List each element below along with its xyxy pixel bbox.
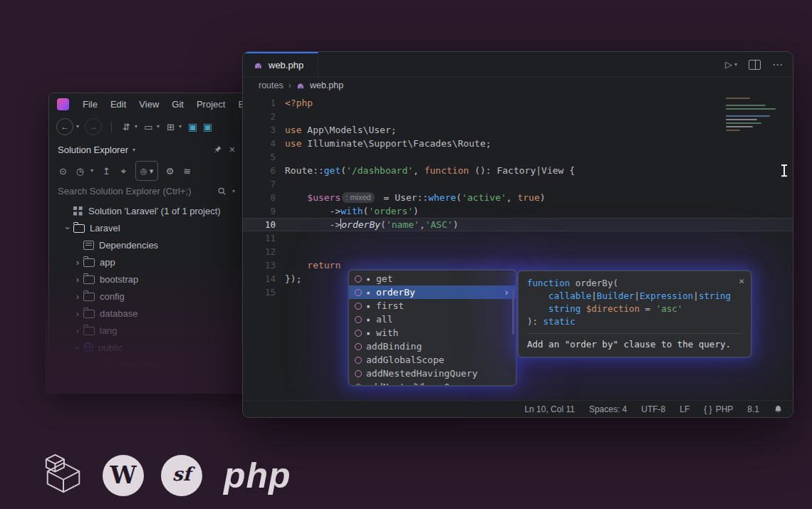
- completion-popup: ★get★orderBy›★first★all★withaddBindingad…: [348, 270, 516, 386]
- code-line-6: 6Route::get('/dashboard', function (): F…: [243, 164, 793, 177]
- status-language[interactable]: { } PHP: [704, 404, 733, 414]
- status-indent[interactable]: Spaces: 4: [589, 404, 627, 414]
- chevron-down-icon[interactable]: ›: [63, 222, 73, 233]
- completion-scrollbar[interactable]: [512, 289, 514, 335]
- doc-signature-line: function orderBy(: [527, 277, 742, 290]
- tree-item-lang[interactable]: ›lang: [49, 322, 244, 339]
- run-button[interactable]: ▷ ▾: [725, 59, 737, 70]
- php-file-icon: [296, 81, 305, 90]
- breadcrumb-file[interactable]: web.php: [310, 80, 343, 90]
- doc-signature: function orderBy( callable|Builder|Expre…: [527, 277, 742, 328]
- line-number: 4: [243, 137, 285, 150]
- php-logo: php: [224, 455, 291, 496]
- tree-item-htaccess[interactable]: ›.htaccess: [49, 356, 244, 373]
- menu-edit[interactable]: Edit: [104, 97, 132, 112]
- menu-git[interactable]: Git: [165, 97, 190, 112]
- expand-all-button[interactable]: ≋: [182, 164, 192, 178]
- tree-item-app[interactable]: ›app: [49, 253, 244, 271]
- vcs-update-button[interactable]: ⇵: [121, 120, 132, 134]
- locate-item-button[interactable]: ⌖: [118, 164, 129, 178]
- completion-item-get[interactable]: ★get: [349, 272, 516, 285]
- tree-item-laravel[interactable]: ›Laravel: [49, 219, 244, 236]
- solution-label: Solution 'Laravel' (1 of 1 project): [88, 206, 221, 216]
- tree-item-solution[interactable]: Solution 'Laravel' (1 of 1 project): [49, 202, 244, 219]
- status-line-ending[interactable]: LF: [680, 404, 689, 414]
- method-icon: [355, 303, 362, 310]
- status-caret-position[interactable]: Ln 10, Col 11: [524, 404, 575, 414]
- completion-item-addglobalscope[interactable]: addGlobalScope: [349, 353, 516, 367]
- app-logo[interactable]: [57, 98, 69, 110]
- file-icon: [105, 377, 113, 387]
- chevron-right-icon[interactable]: ›: [72, 291, 83, 302]
- line-number: 1: [243, 96, 285, 110]
- new-item-dropdown[interactable]: ▾: [177, 120, 183, 134]
- menu-view[interactable]: View: [132, 97, 165, 112]
- text-cursor-ibeam: [780, 164, 788, 177]
- chevron-down-icon[interactable]: ▾: [132, 147, 135, 153]
- folder-icon: [83, 276, 95, 284]
- completion-item-addnestedhavingquery[interactable]: addNestedHavingQuery: [349, 367, 516, 380]
- vcs-update-dropdown[interactable]: ▾: [133, 120, 139, 134]
- customize-view-button[interactable]: ⚙: [165, 164, 175, 178]
- code-line-1: 1<?php: [243, 96, 793, 110]
- navigate-forward-button[interactable]: →: [85, 118, 102, 135]
- split-editor-icon[interactable]: [749, 60, 761, 70]
- code-editor[interactable]: 1<?php23use App\Models\User;4use Illumin…: [243, 94, 793, 400]
- search-dropdown-icon[interactable]: ▾: [232, 188, 235, 194]
- recent-files-button[interactable]: ◷: [75, 164, 85, 178]
- open-project-button[interactable]: ▭: [143, 120, 154, 134]
- line-number: 15: [243, 285, 285, 299]
- code-line-9: 9 ->with('orders'): [243, 204, 793, 218]
- code-line-4: 4use Illuminate\Support\Facades\Route;: [243, 137, 793, 150]
- folder-icon: [83, 258, 95, 267]
- status-php-version[interactable]: 8.1: [747, 404, 759, 414]
- method-icon: [355, 330, 362, 337]
- laravel-logo: [41, 451, 85, 500]
- chevron-right-icon[interactable]: ›: [72, 308, 83, 319]
- completion-item-first[interactable]: ★first: [349, 299, 516, 313]
- doc-close-icon[interactable]: ×: [739, 274, 744, 288]
- recent-files-dropdown[interactable]: ▾: [89, 164, 95, 178]
- chevron-right-icon[interactable]: ›: [72, 257, 83, 268]
- collapse-all-button[interactable]: ↥: [101, 164, 112, 178]
- tree-item-config[interactable]: ›config: [49, 288, 244, 305]
- select-opened-file-button[interactable]: ⊙: [58, 164, 68, 178]
- back-history-dropdown[interactable]: ▾: [75, 120, 80, 134]
- star-icon: ★: [366, 272, 376, 285]
- open-project-dropdown[interactable]: ▾: [155, 120, 161, 134]
- chevron-right-icon[interactable]: ›: [72, 325, 83, 336]
- view-mode-toggle[interactable]: ◎ ▾: [135, 161, 158, 181]
- status-encoding[interactable]: UTF-8: [641, 404, 665, 414]
- tree-item-favicon-ico[interactable]: ›favicon.ico: [49, 373, 244, 390]
- pin-icon[interactable]: [214, 145, 222, 154]
- completion-item-orderby[interactable]: ★orderBy›: [349, 285, 516, 299]
- bell-icon[interactable]: [774, 404, 783, 414]
- completion-item-addbinding[interactable]: addBinding: [349, 340, 516, 353]
- tree-item-public[interactable]: ›public: [49, 339, 244, 356]
- breadcrumb-routes[interactable]: routes: [259, 80, 283, 90]
- folder-root-icon: [73, 224, 85, 233]
- menu-file[interactable]: File: [76, 97, 104, 112]
- close-icon[interactable]: ×: [229, 144, 235, 155]
- completion-item-addnestedwherequery[interactable]: addNestedWhereQuery: [349, 380, 516, 386]
- tree-item-bootstrap[interactable]: ›bootstrap: [49, 271, 244, 288]
- tree-item-database[interactable]: ›database: [49, 305, 244, 322]
- navigate-back-button[interactable]: ←: [56, 118, 73, 135]
- save-all-button[interactable]: ▣: [202, 120, 213, 134]
- completion-item-with[interactable]: ★with: [349, 326, 516, 340]
- chevron-right-icon[interactable]: ›: [72, 274, 83, 285]
- completion-label: addGlobalScope: [366, 353, 444, 367]
- tree-item-label: Laravel: [90, 223, 120, 233]
- save-button[interactable]: ▣: [187, 120, 198, 134]
- chevron-down-icon[interactable]: ›: [73, 342, 83, 353]
- star-icon: ★: [366, 299, 376, 313]
- tab-web-php[interactable]: web.php: [243, 52, 318, 77]
- tree-item-dependencies[interactable]: ›Dependencies: [49, 236, 244, 253]
- more-options-icon[interactable]: ⋯: [772, 58, 783, 71]
- search-input[interactable]: Search Solution Explorer (Ctrl+;) ▾: [49, 182, 244, 201]
- completion-item-all[interactable]: ★all: [349, 313, 516, 326]
- new-item-button[interactable]: ⊞: [165, 120, 176, 134]
- menu-project[interactable]: Project: [190, 97, 231, 112]
- doc-signature-line: ): static: [527, 315, 742, 328]
- minimap[interactable]: [726, 98, 783, 131]
